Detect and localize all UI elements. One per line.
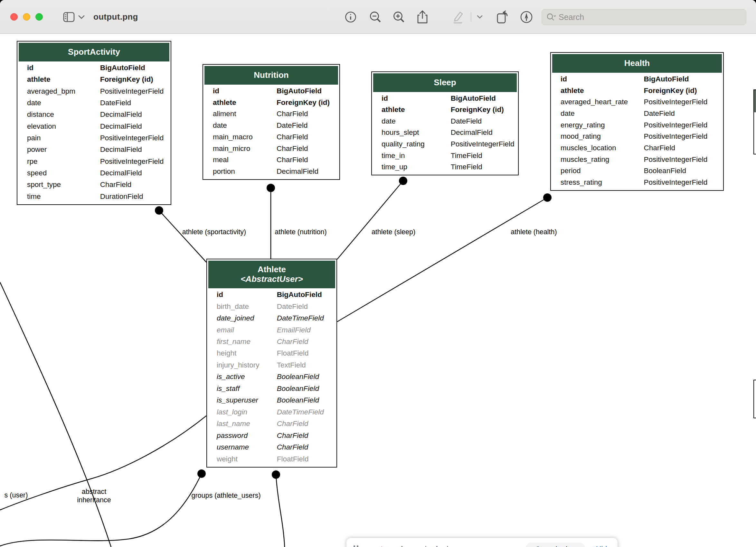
edge-dot-athlete-bottom-edge [272,470,280,479]
table-title-health: Health [552,54,722,73]
field-row: weightFloatField [208,455,335,463]
toolbar-divider [471,12,471,22]
cutoff-table-fragment-2 [753,380,756,418]
sidebar-chevron-icon[interactable] [77,0,86,34]
zoom-in-icon[interactable] [392,0,406,34]
table-fields-sleep: idBigAutoFieldathleteForeignKey (id)date… [373,92,517,174]
field-row: birth_dateDateField [208,302,335,311]
field-row: first_nameCharField [208,337,335,346]
field-row: athleteForeignKey (id) [373,106,517,114]
field-row: distanceDecimalField [19,110,169,119]
field-row: idBigAutoField [373,94,517,103]
close-button[interactable] [10,13,18,21]
field-row: sport_typeCharField [19,181,169,189]
field-row: muscles_ratingPositiveIntegerField [552,156,722,164]
field-row: averaged_heart_ratePositiveIntegerField [552,98,722,106]
field-row: last_nameCharField [208,420,335,428]
field-row: muscles_locationCharField [552,144,722,152]
edge-label-nutrition-athlete: athlete (nutrition) [275,228,326,237]
field-row: elevationDecimalField [19,122,169,131]
preview-window: output.png [0,0,756,547]
table-title-sportactivity: SportActivity [19,43,169,61]
screen-share-message: meet.google.com is sharing your screen [366,545,497,547]
field-row: energy_ratingPositiveIntegerField [552,121,722,129]
field-row: is_staffBooleanField [208,384,335,393]
field-row: passwordCharField [208,431,335,440]
hide-link[interactable]: Hide [596,545,611,547]
field-row: quality_ratingPositiveIntegerField [373,140,517,148]
field-row: periodBooleanField [552,167,722,175]
table-fields-athlete: idBigAutoFieldbirth_dateDateFielddate_jo… [208,288,335,466]
field-row: last_loginDateTimeField [208,408,335,416]
markup-icon[interactable] [518,0,534,34]
edge-label-sleep-athlete: athlete (sleep) [372,228,415,237]
field-row: rpePositiveIntegerField [19,157,169,166]
edge-label-health-athlete: athlete (health) [511,228,557,237]
model-table-sportactivity: SportActivityidBigAutoFieldathleteForeig… [17,41,171,205]
field-row: dateDateField [19,99,169,107]
stop-sharing-button[interactable]: Stop sharing [526,542,585,547]
field-row: is_superuserBooleanField [208,396,335,404]
search-placeholder: Search [559,13,584,22]
table-fields-nutrition: idBigAutoFieldathleteForeignKey (id)alim… [204,85,338,178]
edge-sleep-athlete [337,181,403,260]
edge-dot-sportactivity-athlete [155,206,163,215]
sidebar-toggle-icon[interactable] [62,0,76,34]
screen-share-banner: meet.google.com is sharing your screen S… [346,538,618,547]
field-row: athleteForeignKey (id) [552,87,722,95]
field-row: heightFloatField [208,349,335,357]
field-row: is_activeBooleanField [208,372,335,381]
edge-dot-health-athlete [543,193,552,202]
table-fields-sportactivity: idBigAutoFieldathleteForeignKey (id)aver… [19,61,169,203]
field-row: time_inTimeField [373,152,517,160]
zoom-out-icon[interactable] [368,0,383,34]
screen-share-icon [354,545,358,547]
edge-label-sportactivity-athlete: athlete (sportactivity) [182,228,246,237]
edge-label-user-edge: s (user) [5,491,28,500]
edge-groups-athlete-users [0,474,202,546]
field-row: portionDecimalField [204,167,338,176]
diagram-canvas: athlete (sportactivity)athlete (nutritio… [0,34,756,547]
model-table-athlete: Athlete<AbstractUser>idBigAutoFieldbirth… [206,259,337,467]
field-row: alimentCharField [204,110,338,118]
field-row: athleteForeignKey (id) [204,99,338,107]
field-row: mood_ratingPositiveIntegerField [552,132,722,141]
field-row: stress_ratingPositiveIntegerField [552,178,722,187]
field-row: date_joinedDateTimeField [208,314,335,322]
edge-label-abstract-inheritance: abstract inheritance [77,488,111,505]
table-title-nutrition: Nutrition [204,66,338,85]
model-table-health: HealthidBigAutoFieldathleteForeignKey (i… [550,52,724,191]
fullscreen-button[interactable] [35,13,43,21]
field-row: mealCharField [204,156,338,164]
edge-dot-groups-athlete-users [197,469,206,478]
edge-abstract-inheritance [0,282,111,547]
edge-athlete-bottom-edge [276,475,285,547]
field-row: emailEmailField [208,326,335,334]
field-row: usernameCharField [208,443,335,451]
field-row: time_upTimeField [373,163,517,171]
rotate-icon[interactable] [495,0,511,34]
field-row: dateDateField [204,121,338,130]
minimize-button[interactable] [23,13,30,21]
table-title-sleep: Sleep [373,73,517,92]
info-icon[interactable] [343,0,358,34]
field-row: dateDateField [373,117,517,126]
field-row: main_macroCharField [204,133,338,141]
field-row: athleteForeignKey (id) [19,75,169,84]
table-fields-health: idBigAutoFieldathleteForeignKey (id)aver… [552,73,722,189]
field-row: idBigAutoField [208,290,335,299]
model-table-nutrition: NutritionidBigAutoFieldathleteForeignKey… [203,64,340,180]
share-icon[interactable] [415,0,430,34]
field-row: main_microCharField [204,145,338,153]
search-field[interactable]: Search [542,9,746,25]
edge-dot-sleep-athlete [399,177,407,185]
window-title: output.png [93,0,138,34]
field-row: hours_sleptDecimalField [373,128,517,137]
cutoff-table-fragment-1 [753,90,756,155]
field-row: painPositiveIntegerField [19,134,169,142]
field-row: averaged_bpmPositiveIntegerField [19,87,169,96]
field-row: idBigAutoField [552,75,722,83]
markup-chevron-icon[interactable] [476,0,484,34]
field-row: timeDurationField [19,193,169,201]
field-row: injury_historyTextField [208,361,335,369]
